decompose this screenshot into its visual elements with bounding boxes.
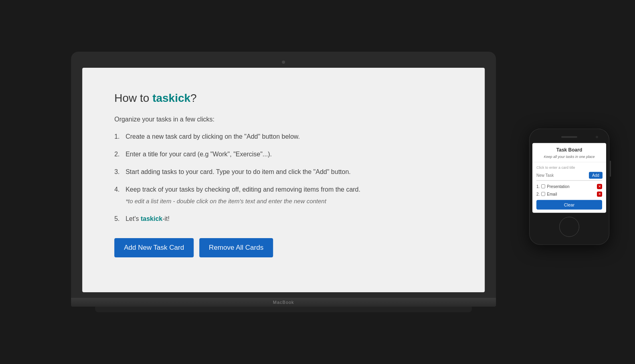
task-checkbox[interactable] <box>541 184 545 188</box>
phone-app-title: Task Board <box>536 147 602 153</box>
step-number: 4. <box>114 185 125 194</box>
add-task-card-button[interactable]: Add New Task Card <box>114 238 194 257</box>
action-buttons: Add New Task Card Remove All Cards <box>114 238 453 257</box>
list-item: 1. Presentation ✕ <box>536 184 602 189</box>
step-number: 2. <box>114 150 125 159</box>
phone-side-button <box>610 161 611 177</box>
remove-task-button[interactable]: ✕ <box>597 184 602 189</box>
laptop-camera <box>282 61 285 64</box>
laptop-device: How to taskick? Organize your tasks in a… <box>71 52 496 312</box>
laptop-base: MacBook <box>71 298 496 307</box>
phone-task-list: 1. Presentation ✕ 2. Email ✕ <box>536 184 602 196</box>
new-task-input[interactable] <box>536 173 587 177</box>
intro-text: Organize your tasks in a few clicks: <box>114 116 453 123</box>
phone-camera <box>596 136 598 138</box>
laptop-brand-label: MacBook <box>273 300 294 305</box>
brand-link: taskick <box>141 215 162 222</box>
list-item: 3. Start adding tasks to your card. Type… <box>114 167 453 177</box>
card-title-hint: Click to enter a card title <box>536 165 602 169</box>
phone-home-button[interactable] <box>559 216 579 237</box>
phone-screen: Task Board Keep all your tasks in one pl… <box>532 143 606 213</box>
step-text: Create a new task card by clicking on th… <box>125 132 453 142</box>
step-text: Start adding tasks to your card. Type yo… <box>125 167 453 177</box>
task-input-row: Add <box>536 172 602 180</box>
phone-device: Task Board Keep all your tasks in one pl… <box>529 129 609 245</box>
list-item: 5. Let's taskick-it! <box>114 214 453 224</box>
phone-add-button[interactable]: Add <box>589 172 603 178</box>
phone-app-header: Task Board Keep all your tasks in one pl… <box>532 143 606 162</box>
task-label: Presentation <box>547 184 597 188</box>
title-prefix: How to <box>114 92 152 104</box>
laptop-screen: How to taskick? Organize your tasks in a… <box>82 68 485 292</box>
remove-all-cards-button[interactable]: Remove All Cards <box>199 238 273 257</box>
laptop-bezel: How to taskick? Organize your tasks in a… <box>71 52 496 298</box>
task-label: Email <box>547 192 597 196</box>
page-title: How to taskick? <box>114 92 453 105</box>
step-number: 5. <box>114 214 125 224</box>
phone-bezel: Task Board Keep all your tasks in one pl… <box>529 129 609 245</box>
clear-button[interactable]: Clear <box>536 200 602 209</box>
phone-top-bar <box>532 134 606 140</box>
steps-list: 1. Create a new task card by clicking on… <box>114 132 453 224</box>
phone-speaker <box>561 136 577 138</box>
list-item: 1. Create a new task card by clicking on… <box>114 132 453 142</box>
phone-app-subtitle: Keep all your tasks in one place <box>536 154 602 160</box>
step-text: Keep track of your tasks by checking off… <box>125 185 453 206</box>
step-text: Let's taskick-it! <box>125 214 453 224</box>
step-number: 3. <box>114 167 125 177</box>
step-number: 1. <box>114 132 125 142</box>
list-item: 4. Keep track of your tasks by checking … <box>114 185 453 206</box>
task-number: 1. <box>536 184 540 188</box>
task-checkbox[interactable] <box>541 192 545 196</box>
task-number: 2. <box>536 192 540 196</box>
title-brand: taskick <box>152 92 190 104</box>
laptop-foot <box>95 307 472 312</box>
step-text: Enter a title for your card (e.g "Work",… <box>125 150 453 159</box>
list-item: 2. Email ✕ <box>536 191 602 196</box>
phone-card-area: Click to enter a card title Add 1. Prese… <box>532 162 606 212</box>
title-suffix: ? <box>190 92 197 104</box>
step-note: *to edit a list item - double click on t… <box>125 197 453 206</box>
list-item: 2. Enter a title for your card (e.g "Wor… <box>114 150 453 159</box>
remove-task-button[interactable]: ✕ <box>597 191 602 196</box>
